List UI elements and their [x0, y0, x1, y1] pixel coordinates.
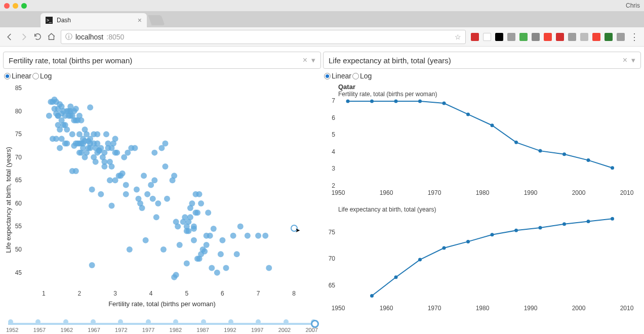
slider-handle[interactable] — [311, 320, 319, 328]
year-slider[interactable]: 1952195719621967197219771982198719921997… — [3, 317, 321, 333]
svg-point-137 — [164, 196, 170, 202]
svg-text:3: 3 — [113, 290, 117, 297]
svg-text:1990: 1990 — [524, 305, 538, 312]
svg-point-116 — [123, 182, 129, 188]
window-minimize-button[interactable] — [13, 3, 18, 9]
extension-icon[interactable] — [495, 33, 503, 41]
svg-point-98 — [101, 159, 107, 165]
y-axis-dropdown[interactable]: Life expectancy at birth, total (years) … — [323, 52, 641, 69]
browser-tab-strip: >_ Dash × — [0, 11, 644, 27]
tab-close-icon[interactable]: × — [138, 16, 142, 24]
detail-chart-lifeexp[interactable]: 1950196019701980199020002010657075 — [323, 213, 637, 314]
svg-point-113 — [119, 171, 126, 177]
dropdown-clear-icon[interactable]: × — [621, 56, 629, 65]
svg-text:45: 45 — [15, 269, 22, 276]
address-bar[interactable]: ⓘ localhost:8050 ☆ — [61, 30, 466, 44]
slider-year-label: 2007 — [305, 327, 317, 333]
extension-icon[interactable] — [556, 33, 564, 41]
svg-point-94 — [98, 191, 104, 197]
svg-text:65: 65 — [15, 177, 22, 184]
svg-text:7: 7 — [332, 98, 335, 104]
scatter-plot[interactable]: Life expectancy at birth, total (years) … — [3, 83, 321, 317]
svg-point-179 — [245, 233, 251, 239]
y-scale-radio-linear[interactable]: Linear — [324, 72, 351, 80]
extension-icon[interactable] — [507, 33, 515, 41]
extension-icon[interactable] — [568, 33, 576, 41]
extension-icon[interactable] — [605, 33, 613, 41]
slider-year-label: 1997 — [251, 327, 263, 333]
slider-tick[interactable] — [63, 319, 68, 324]
site-info-icon[interactable]: ⓘ — [65, 32, 72, 41]
chevron-down-icon[interactable]: ▾ — [311, 56, 315, 65]
svg-point-82 — [87, 104, 93, 110]
svg-point-149 — [185, 228, 191, 234]
extension-icon[interactable] — [617, 33, 625, 41]
browser-tab-active[interactable]: >_ Dash × — [41, 13, 147, 27]
slider-tick[interactable] — [173, 319, 178, 324]
extension-icon[interactable] — [544, 33, 552, 41]
svg-point-186 — [162, 163, 168, 170]
svg-text:2: 2 — [78, 290, 82, 297]
svg-point-124 — [139, 205, 145, 211]
extension-icon[interactable] — [471, 33, 479, 41]
svg-point-127 — [144, 191, 150, 197]
nav-home-icon[interactable] — [47, 32, 56, 41]
slider-tick[interactable] — [118, 319, 123, 324]
svg-point-126 — [143, 237, 149, 243]
slider-tick[interactable] — [201, 319, 206, 324]
extension-icon[interactable] — [580, 33, 588, 41]
svg-text:2000: 2000 — [572, 305, 586, 312]
svg-text:1980: 1980 — [476, 189, 490, 196]
slider-year-label: 1992 — [224, 327, 236, 333]
x-scale-radio-linear[interactable]: Linear — [4, 72, 31, 80]
slider-track[interactable] — [8, 323, 316, 325]
chevron-down-icon[interactable]: ▾ — [631, 56, 635, 65]
bookmark-star-icon[interactable]: ☆ — [455, 33, 461, 41]
extension-icon[interactable] — [483, 33, 491, 41]
svg-point-233 — [587, 220, 590, 223]
nav-reload-icon[interactable] — [33, 32, 42, 41]
browser-menu-icon[interactable]: ⋮ — [630, 31, 639, 43]
svg-point-162 — [198, 200, 204, 206]
window-close-button[interactable] — [4, 3, 10, 9]
slider-tick[interactable] — [256, 319, 261, 324]
svg-point-160 — [196, 191, 203, 197]
svg-text:65: 65 — [329, 282, 336, 289]
browser-nav-bar: ⓘ localhost:8050 ☆ ⋮ — [0, 27, 644, 47]
svg-text:70: 70 — [15, 154, 22, 161]
extensions-row — [471, 33, 625, 41]
radio-label: Log — [40, 72, 52, 80]
slider-tick[interactable] — [91, 319, 96, 324]
detail-chart-fertility[interactable]: 1950196019701980199020002010234567 — [323, 98, 637, 199]
extension-icon[interactable] — [519, 33, 528, 41]
radio-dot-icon — [4, 73, 11, 79]
svg-text:55: 55 — [15, 223, 22, 230]
x-axis-dropdown[interactable]: Fertility rate, total (births per woman)… — [3, 52, 321, 69]
svg-text:5: 5 — [332, 131, 335, 138]
address-port: :8050 — [106, 33, 124, 41]
window-zoom-button[interactable] — [21, 3, 27, 9]
new-tab-button[interactable] — [148, 15, 165, 25]
svg-text:2010: 2010 — [620, 189, 634, 196]
svg-point-59 — [73, 106, 79, 112]
window-username: Chris — [626, 2, 640, 9]
address-host: localhost — [75, 33, 103, 41]
svg-point-229 — [491, 233, 494, 236]
x-scale-radio-group: Linear Log — [3, 69, 321, 83]
extension-icon[interactable] — [532, 33, 540, 41]
slider-tick[interactable] — [228, 319, 233, 324]
svg-point-136 — [162, 140, 168, 146]
slider-tick[interactable] — [35, 319, 41, 324]
dropdown-clear-icon[interactable]: × — [301, 56, 309, 65]
extension-icon[interactable] — [592, 33, 600, 41]
slider-tick[interactable] — [284, 319, 289, 324]
svg-text:75: 75 — [329, 229, 336, 236]
detail-chart1-title: Fertility rate, total (births per woman) — [323, 91, 641, 98]
nav-back-icon[interactable] — [5, 32, 14, 41]
scatter-svg[interactable]: 12345678455055606570758085 — [3, 83, 317, 301]
y-scale-radio-log[interactable]: Log — [352, 72, 372, 80]
slider-tick[interactable] — [8, 319, 13, 324]
slider-tick[interactable] — [146, 319, 151, 324]
x-scale-radio-log[interactable]: Log — [32, 72, 52, 80]
svg-point-207 — [466, 112, 470, 116]
